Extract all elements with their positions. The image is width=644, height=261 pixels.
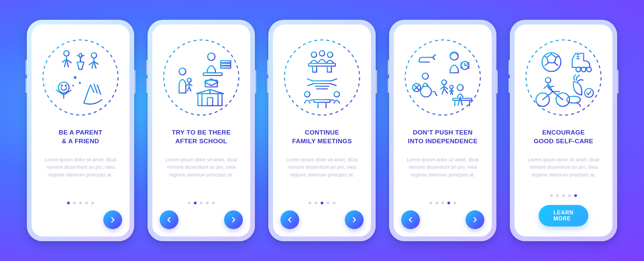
svg-point-1 <box>64 51 69 56</box>
svg-rect-40 <box>453 98 472 100</box>
screen-5: ENCOURAGE GOOD SELF-CARE Lorem ipsum dol… <box>515 24 612 237</box>
dot <box>67 202 70 204</box>
screen-4: DON'T PUSH TEEN INTO INDEPENDENCE Lorem … <box>394 24 492 237</box>
screen-1: BE A PARENT & A FRIEND Lorem ipsum dolor… <box>32 24 129 237</box>
screen-title: BE A PARENT & A FRIEND <box>59 128 102 146</box>
svg-rect-15 <box>221 61 231 63</box>
svg-point-32 <box>450 52 458 60</box>
svg-rect-14 <box>203 73 222 75</box>
svg-point-42 <box>542 53 561 71</box>
screen-subtitle: Lorem ipsum dolor sit amet, dicat nemore… <box>40 156 121 178</box>
svg-point-29 <box>334 92 339 97</box>
chevron-left-icon <box>286 216 293 223</box>
svg-point-8 <box>79 82 81 84</box>
screen-subtitle: Lorem ipsum dolor sit amet, dicat nemore… <box>161 156 241 178</box>
page-indicator <box>67 202 94 204</box>
dot <box>212 202 215 204</box>
svg-point-13 <box>208 53 215 60</box>
dot <box>562 194 565 197</box>
svg-point-3 <box>79 53 82 57</box>
prev-button[interactable] <box>160 210 178 229</box>
dot <box>327 202 329 204</box>
screen-subtitle: Lorem ipsum dolor sit amet, dicat nemore… <box>402 156 483 178</box>
learn-more-button[interactable]: LEARN MORE <box>539 205 588 226</box>
dot <box>79 202 82 204</box>
phone-frame-1: BE A PARENT & A FRIEND Lorem ipsum dolor… <box>27 20 134 241</box>
prev-button[interactable] <box>280 210 299 229</box>
page-indicator <box>188 202 215 204</box>
dot <box>333 202 335 204</box>
svg-point-39 <box>457 85 463 91</box>
parent-friend-icon <box>40 37 121 118</box>
screen-3: CONTINUE FAMILY MEETINGS Lorem ipsum dol… <box>273 24 371 237</box>
dot <box>85 202 88 204</box>
screen-2: TRY TO BE THERE AFTER SCHOOL Lorem ipsum… <box>152 24 250 237</box>
next-button[interactable] <box>345 210 364 229</box>
svg-point-2 <box>91 53 97 58</box>
svg-point-24 <box>327 52 333 57</box>
svg-point-22 <box>311 52 317 57</box>
dot <box>453 202 456 204</box>
page-indicator <box>309 202 335 204</box>
svg-point-7 <box>74 76 76 79</box>
dot <box>206 202 209 204</box>
dot <box>73 202 76 204</box>
self-care-icon <box>523 37 604 118</box>
dot <box>429 202 432 204</box>
dot <box>435 202 438 204</box>
svg-rect-30 <box>314 100 330 102</box>
phone-frame-5: ENCOURAGE GOOD SELF-CARE Lorem ipsum dol… <box>510 20 617 241</box>
next-button[interactable] <box>224 210 243 229</box>
svg-point-37 <box>442 80 446 85</box>
screen-title: ENCOURAGE GOOD SELF-CARE <box>534 128 593 146</box>
page-indicator <box>550 194 577 197</box>
chevron-right-icon <box>230 216 237 223</box>
next-button[interactable] <box>103 210 122 229</box>
svg-point-9 <box>72 85 74 87</box>
screen-title: CONTINUE FAMILY MEETINGS <box>292 128 352 146</box>
family-meetings-icon <box>282 37 362 118</box>
svg-point-11 <box>179 68 186 75</box>
svg-point-35 <box>421 86 431 97</box>
screen-title: DON'T PUSH TEEN INTO INDEPENDENCE <box>408 128 478 146</box>
dot <box>441 202 444 204</box>
svg-point-28 <box>305 92 310 97</box>
svg-point-49 <box>545 77 551 83</box>
dot <box>447 202 450 204</box>
next-button[interactable] <box>466 210 484 229</box>
after-school-icon <box>161 37 241 118</box>
svg-rect-20 <box>207 98 213 106</box>
chevron-left-icon <box>407 216 414 223</box>
dot <box>194 202 197 204</box>
chevron-left-icon <box>165 216 173 223</box>
dot <box>321 202 323 204</box>
svg-rect-27 <box>327 66 331 72</box>
svg-rect-26 <box>313 66 317 72</box>
svg-rect-17 <box>221 66 231 68</box>
chevron-right-icon <box>351 216 358 223</box>
prev-button[interactable] <box>401 210 420 229</box>
dot <box>200 202 203 204</box>
dot <box>91 202 94 204</box>
dot <box>550 194 553 197</box>
independence-icon <box>402 37 483 118</box>
screen-subtitle: Lorem ipsum dolor sit amet, dicat nemore… <box>282 156 362 178</box>
svg-point-21 <box>284 40 360 115</box>
phone-frame-3: CONTINUE FAMILY MEETINGS Lorem ipsum dol… <box>268 20 376 241</box>
svg-point-12 <box>187 78 191 82</box>
svg-point-5 <box>61 85 62 86</box>
dot <box>574 194 577 197</box>
dot <box>568 194 571 197</box>
screen-title: TRY TO BE THERE AFTER SCHOOL <box>172 128 231 146</box>
screen-subtitle: Lorem ipsum dolor sit amet, dicat nemore… <box>523 156 604 178</box>
dot <box>309 202 311 204</box>
svg-point-23 <box>319 51 325 56</box>
svg-point-34 <box>422 73 428 79</box>
onboarding-carousel: BE A PARENT & A FRIEND Lorem ipsum dolor… <box>27 20 617 241</box>
svg-point-4 <box>58 82 69 93</box>
chevron-right-icon <box>471 216 479 223</box>
phone-frame-2: TRY TO BE THERE AFTER SCHOOL Lorem ipsum… <box>148 20 255 241</box>
phone-frame-4: DON'T PUSH TEEN INTO INDEPENDENCE Lorem … <box>389 20 496 241</box>
svg-point-0 <box>43 40 118 115</box>
chevron-right-icon <box>109 216 116 223</box>
